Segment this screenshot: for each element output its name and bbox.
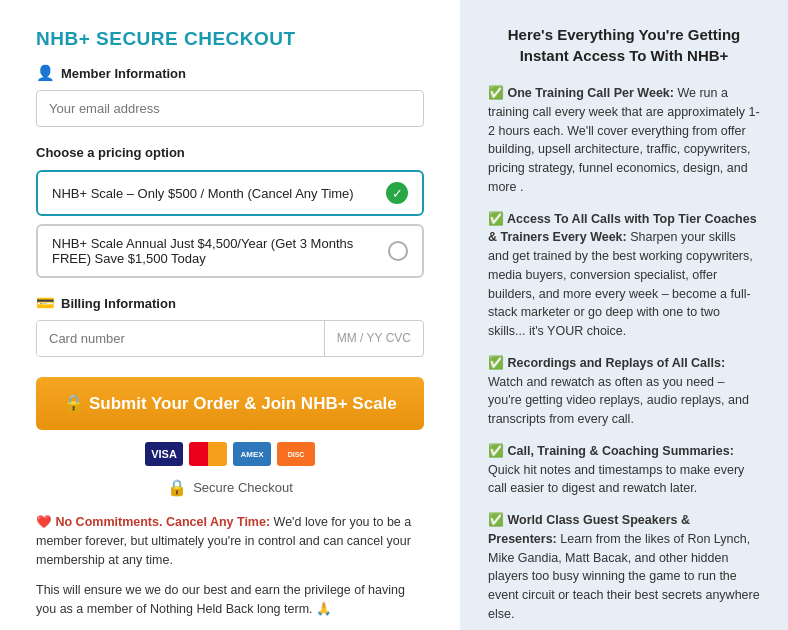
page-title: NHB+ SECURE CHECKOUT <box>36 28 424 50</box>
right-heading-line2: Instant Access To With NHB+ <box>520 47 729 64</box>
benefit-title-0: ✅ One Training Call Per Week: <box>488 86 674 100</box>
benefit-text-2: Watch and rewatch as often as you need –… <box>488 375 749 427</box>
card-logos: VISA AMEX DISC <box>36 442 424 466</box>
right-panel: Here's Everything You're Getting Instant… <box>460 0 788 630</box>
no-commit-section: ❤️ No Commitments. Cancel Any Time: We'd… <box>36 513 424 569</box>
visa-logo: VISA <box>145 442 183 466</box>
email-input[interactable] <box>36 90 424 127</box>
billing-section-label: 💳 Billing Information <box>36 294 424 312</box>
discover-logo: DISC <box>277 442 315 466</box>
member-section-label: 👤 Member Information <box>36 64 424 82</box>
left-panel: NHB+ SECURE CHECKOUT 👤 Member Informatio… <box>0 0 460 630</box>
amex-logo: AMEX <box>233 442 271 466</box>
pricing-option-annual[interactable]: NHB+ Scale Annual Just $4,500/Year (Get … <box>36 224 424 278</box>
member-icon: 👤 <box>36 64 55 82</box>
benefit-text-0: We run a training call every week that a… <box>488 86 760 194</box>
benefit-item: ✅ One Training Call Per Week: We run a t… <box>488 84 760 197</box>
card-row: MM / YY CVC <box>36 320 424 357</box>
right-heading-line1: Here's Everything You're Getting <box>508 26 740 43</box>
no-commit-heading: ❤️ No Commitments. Cancel Any Time: <box>36 515 270 529</box>
pricing-option-annual-label: NHB+ Scale Annual Just $4,500/Year (Get … <box>52 236 388 266</box>
mastercard-logo <box>189 442 227 466</box>
radio-circle-icon <box>388 241 408 261</box>
benefit-item: ✅ Recordings and Replays of All Calls: W… <box>488 354 760 429</box>
secure-checkout-label: Secure Checkout <box>193 480 293 495</box>
card-number-input[interactable] <box>37 321 324 356</box>
submit-order-button[interactable]: 🔒 Submit Your Order & Join NHB+ Scale <box>36 377 424 430</box>
benefit-title-2: ✅ Recordings and Replays of All Calls: <box>488 356 725 370</box>
benefit-item: ✅ Access To All Calls with Top Tier Coac… <box>488 210 760 341</box>
right-heading: Here's Everything You're Getting Instant… <box>488 24 760 66</box>
benefit-text-1: Sharpen your skills and get trained by t… <box>488 230 753 338</box>
selected-check-icon: ✓ <box>386 182 408 204</box>
privilege-text: This will ensure we we do our best and e… <box>36 581 424 619</box>
pricing-option-monthly[interactable]: NHB+ Scale – Only $500 / Month (Cancel A… <box>36 170 424 216</box>
pricing-label: Choose a pricing option <box>36 145 424 160</box>
benefit-item: ✅ World Class Guest Speakers & Presenter… <box>488 511 760 624</box>
benefit-text-3: Quick hit notes and timestamps to make e… <box>488 463 744 496</box>
benefits-list: ✅ One Training Call Per Week: We run a t… <box>488 84 760 630</box>
billing-section: 💳 Billing Information MM / YY CVC <box>36 294 424 357</box>
benefit-item: ✅ Call, Training & Coaching Summaries: Q… <box>488 442 760 498</box>
pricing-option-monthly-label: NHB+ Scale – Only $500 / Month (Cancel A… <box>52 186 354 201</box>
secure-checkout-row: 🔒 Secure Checkout <box>36 478 424 497</box>
card-date-cvc: MM / YY CVC <box>324 321 423 356</box>
lock-icon: 🔒 <box>167 478 187 497</box>
benefit-title-3: ✅ Call, Training & Coaching Summaries: <box>488 444 734 458</box>
billing-icon: 💳 <box>36 294 55 312</box>
